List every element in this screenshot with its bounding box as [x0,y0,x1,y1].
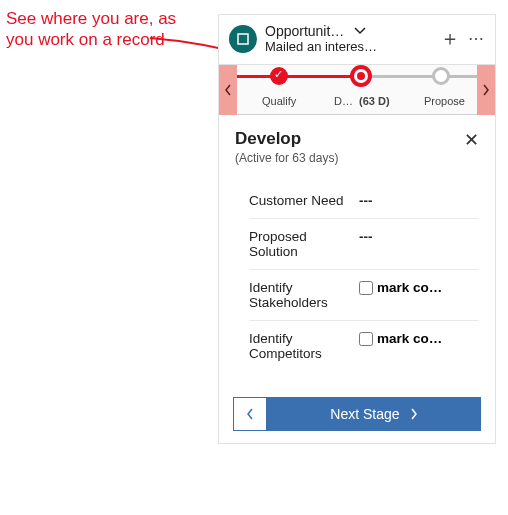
field-row: Customer Need --- [249,183,479,219]
business-process-flow: Qualify D… (63 D) Propose [219,65,495,115]
stage-scroll-left[interactable] [219,65,237,115]
mark-complete-checkbox[interactable]: mark co… [359,280,442,295]
next-stage-button[interactable]: Next Stage [267,397,481,431]
stage-label-develop: D… (63 D) [334,95,390,107]
checkbox-label: mark co… [377,280,442,295]
record-title: Opportunit… [265,23,344,39]
stage-dot-develop-current[interactable] [350,65,372,87]
field-row: Proposed Solution --- [249,219,479,270]
field-value[interactable]: --- [359,193,479,208]
stage-label-propose: Propose [424,95,465,107]
stage-fields: Customer Need --- Proposed Solution --- … [235,183,479,371]
chevron-down-icon[interactable] [354,24,366,38]
close-icon[interactable]: ✕ [464,129,479,151]
opportunity-card: Opportunit… Mailed an interes… ＋ ⋯ Quali… [218,14,496,444]
checkbox-label: mark co… [377,331,442,346]
chevron-left-icon [246,408,254,420]
field-label: Identify Competitors [249,331,359,361]
record-type-icon [229,25,257,53]
field-label: Customer Need [249,193,359,208]
stage-dot-qualify[interactable] [270,67,288,85]
record-subtitle: Mailed an interes… [265,39,415,54]
header-text: Opportunit… Mailed an interes… [265,23,440,54]
field-row: Identify Stakeholders mark co… [249,270,479,321]
more-menu-icon[interactable]: ⋯ [468,35,485,43]
stage-track: Qualify D… (63 D) Propose [237,65,477,115]
stage-label-qualify: Qualify [262,95,296,107]
checkbox-input[interactable] [359,332,373,346]
add-button[interactable]: ＋ [440,25,460,52]
chevron-right-icon [410,408,418,420]
next-stage-label: Next Stage [330,406,399,422]
card-header: Opportunit… Mailed an interes… ＋ ⋯ [219,15,495,65]
stage-scroll-right[interactable] [477,65,495,115]
previous-stage-button[interactable] [233,397,267,431]
field-row: Identify Competitors mark co… [249,321,479,371]
field-value[interactable]: --- [359,229,479,244]
stage-dot-propose[interactable] [432,67,450,85]
stage-title: Develop [235,129,338,149]
stage-flyout: Develop (Active for 63 days) ✕ Customer … [219,115,495,385]
mark-complete-checkbox[interactable]: mark co… [359,331,442,346]
stage-footer: Next Stage [219,385,495,443]
stage-line-completed [237,75,357,78]
field-label: Identify Stakeholders [249,280,359,310]
field-label: Proposed Solution [249,229,359,259]
svg-rect-0 [238,34,248,44]
checkbox-input[interactable] [359,281,373,295]
instruction-annotation: See where you are, as you work on a reco… [6,8,206,51]
stage-active-duration: (Active for 63 days) [235,151,338,165]
